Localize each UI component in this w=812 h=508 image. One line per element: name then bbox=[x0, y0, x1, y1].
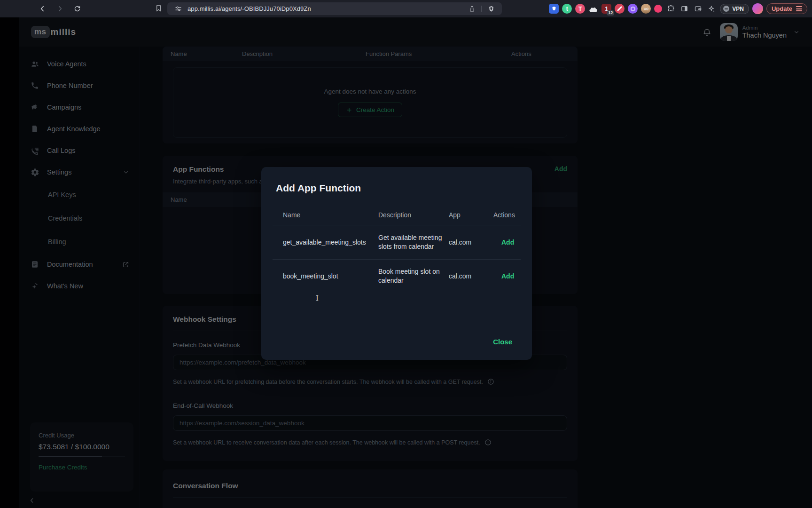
t-green-extension-icon[interactable]: t bbox=[562, 4, 572, 14]
extension-badge: 12 bbox=[607, 10, 614, 16]
share-icon[interactable] bbox=[467, 5, 477, 12]
url-text: app.millis.ai/agents/-OBIBDJJu70iDp0Xd9Z… bbox=[187, 5, 311, 12]
cloud-extension-icon[interactable] bbox=[588, 4, 598, 14]
table-row: book_meeting_slot Book meeting slot on c… bbox=[261, 260, 532, 294]
bookmark-icon[interactable] bbox=[155, 4, 162, 13]
close-modal-button[interactable]: Close bbox=[493, 338, 512, 346]
function-name: book_meeting_slot bbox=[283, 272, 378, 280]
update-label: Update bbox=[772, 5, 792, 12]
pink-dot-extension-icon[interactable] bbox=[654, 5, 662, 13]
purple-extension-icon[interactable] bbox=[628, 4, 638, 14]
browser-profile-avatar[interactable] bbox=[752, 3, 763, 14]
function-description: Book meeting slot on calendar bbox=[378, 267, 449, 285]
vpn-label: VPN bbox=[732, 6, 744, 12]
table-row: get_available_meeting_slots Get availabl… bbox=[261, 225, 532, 259]
add-function-button[interactable]: Add bbox=[493, 272, 532, 280]
divider bbox=[481, 6, 482, 12]
shield-extension-icon[interactable] bbox=[549, 4, 559, 14]
address-bar[interactable]: app.millis.ai/agents/-OBIBDJJu70iDp0Xd9Z… bbox=[167, 2, 502, 15]
site-settings-icon[interactable] bbox=[173, 5, 183, 12]
modal-title: Add App Function bbox=[276, 183, 518, 194]
vpn-button[interactable]: VPN bbox=[720, 4, 749, 14]
app-window: ms millis Admin Thach Nguyen bbox=[0, 17, 812, 508]
function-description: Get available meeting slots from calenda… bbox=[378, 233, 449, 251]
menu-icon bbox=[796, 6, 802, 11]
modal-table-header: Name Description App Actions bbox=[261, 211, 532, 225]
blocker-extension-icon[interactable] bbox=[615, 4, 625, 14]
ai-sparkle-icon[interactable] bbox=[706, 5, 717, 13]
add-function-button[interactable]: Add bbox=[493, 238, 532, 246]
add-app-function-modal: Add App Function Name Description App Ac… bbox=[261, 167, 532, 360]
extension-icons: t T 1 12 VPN bbox=[549, 0, 807, 17]
browser-toolbar: app.millis.ai/agents/-OBIBDJJu70iDp0Xd9Z… bbox=[0, 0, 812, 17]
avatar-extension-icon[interactable] bbox=[641, 4, 651, 14]
function-app: cal.com bbox=[449, 272, 493, 280]
sidebar-panel-icon[interactable] bbox=[679, 5, 689, 13]
column-description: Description bbox=[378, 211, 449, 219]
password-extension-icon[interactable]: 1 12 bbox=[601, 4, 611, 14]
brave-shield-icon[interactable] bbox=[486, 5, 496, 13]
column-name: Name bbox=[283, 211, 378, 219]
browser-update-button[interactable]: Update bbox=[766, 3, 807, 14]
extensions-puzzle-icon[interactable] bbox=[665, 5, 676, 13]
wallet-icon[interactable] bbox=[693, 5, 703, 13]
back-icon[interactable] bbox=[39, 5, 47, 13]
function-app: cal.com bbox=[449, 238, 493, 246]
text-cursor: I bbox=[316, 294, 319, 302]
function-name: get_available_meeting_slots bbox=[283, 238, 378, 246]
t-red-extension-icon[interactable]: T bbox=[575, 4, 585, 14]
column-actions: Actions bbox=[493, 211, 532, 219]
forward-icon[interactable] bbox=[56, 5, 64, 13]
vpn-status-icon bbox=[723, 6, 729, 12]
column-app: App bbox=[449, 211, 493, 219]
reload-icon[interactable] bbox=[73, 5, 81, 13]
